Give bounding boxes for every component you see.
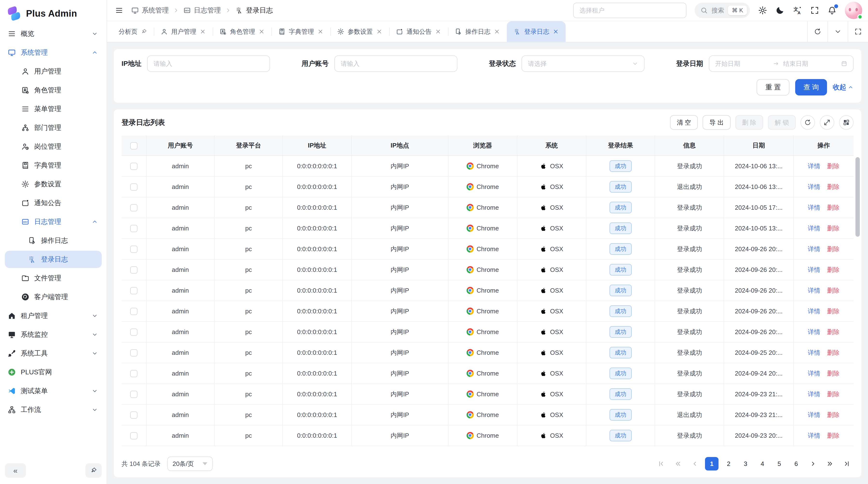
- close-icon[interactable]: [435, 28, 441, 35]
- language-button[interactable]: 文A: [793, 6, 802, 15]
- sidebar-item-角色管理[interactable]: 角色管理: [5, 82, 102, 99]
- sidebar-item-测试菜单[interactable]: 测试菜单: [5, 382, 102, 400]
- last-page-button[interactable]: [840, 457, 854, 471]
- page-6[interactable]: 6: [789, 457, 803, 471]
- delete-link[interactable]: 删除: [827, 390, 840, 398]
- sidebar-item-系统工具[interactable]: 系统工具: [5, 345, 102, 362]
- menu-toggle-button[interactable]: [113, 4, 125, 17]
- delete-link[interactable]: 删除: [827, 349, 840, 356]
- row-checkbox[interactable]: [130, 225, 137, 232]
- delete-link[interactable]: 删除: [827, 183, 840, 190]
- detail-link[interactable]: 详情: [808, 266, 820, 273]
- sidebar-item-参数设置[interactable]: 参数设置: [5, 175, 102, 193]
- sidebar-item-日志管理[interactable]: DEV日志管理: [5, 213, 102, 230]
- detail-link[interactable]: 详情: [808, 349, 820, 356]
- sidebar-item-PLUS官网[interactable]: PLUS官网: [5, 363, 102, 381]
- page-1[interactable]: 1: [705, 457, 718, 471]
- close-icon[interactable]: [258, 28, 265, 35]
- user-avatar[interactable]: [845, 2, 862, 19]
- detail-link[interactable]: 详情: [808, 183, 820, 190]
- next-5-pages-button[interactable]: [823, 457, 837, 471]
- row-checkbox[interactable]: [130, 391, 137, 398]
- detail-link[interactable]: 详情: [808, 204, 820, 211]
- tab-登录日志[interactable]: 登录日志: [507, 21, 566, 42]
- delete-link[interactable]: 删除: [827, 266, 840, 273]
- toolbar-button-清空[interactable]: 清 空: [670, 115, 698, 130]
- close-icon[interactable]: [494, 28, 500, 35]
- row-checkbox[interactable]: [130, 184, 137, 191]
- sidebar-item-系统管理[interactable]: 系统管理: [5, 44, 102, 61]
- delete-link[interactable]: 删除: [827, 328, 840, 335]
- row-checkbox[interactable]: [130, 370, 137, 377]
- table-scrollbar[interactable]: [856, 157, 860, 237]
- login-date-range-picker[interactable]: 开始日期 结束日期: [709, 56, 854, 72]
- breadcrumb-item-system[interactable]: 系统管理: [131, 6, 169, 15]
- close-icon[interactable]: [317, 28, 323, 35]
- fullscreen-button[interactable]: [810, 6, 819, 15]
- tab-用户管理[interactable]: 用户管理: [154, 21, 213, 42]
- sidebar-item-字典管理[interactable]: 字典管理: [5, 157, 102, 174]
- delete-link[interactable]: 删除: [827, 411, 840, 418]
- next-page-button[interactable]: [806, 457, 820, 471]
- tab-字典管理[interactable]: 字典管理: [272, 21, 330, 42]
- sidebar-item-工作流[interactable]: 工作流: [5, 401, 102, 418]
- detail-link[interactable]: 详情: [808, 162, 820, 170]
- row-checkbox[interactable]: [130, 266, 137, 273]
- detail-link[interactable]: 详情: [808, 370, 820, 377]
- prev-5-pages-button[interactable]: [671, 457, 685, 471]
- refresh-table-button[interactable]: [801, 115, 815, 130]
- delete-link[interactable]: 删除: [827, 225, 840, 232]
- page-3[interactable]: 3: [739, 457, 752, 471]
- row-checkbox[interactable]: [130, 163, 137, 170]
- sidebar-item-操作日志[interactable]: 操作日志: [5, 232, 102, 249]
- row-checkbox[interactable]: [130, 287, 137, 294]
- tab-list-dropdown-button[interactable]: [828, 21, 848, 42]
- sidebar-item-部门管理[interactable]: 部门管理: [5, 119, 102, 136]
- page-size-select[interactable]: 20条/页: [167, 456, 213, 471]
- row-checkbox[interactable]: [130, 349, 137, 356]
- sidebar-collapse-button[interactable]: «: [5, 463, 26, 478]
- sidebar-item-岗位管理[interactable]: 岗位管理: [5, 138, 102, 155]
- page-4[interactable]: 4: [756, 457, 769, 471]
- sidebar-item-文件管理[interactable]: 文件管理: [5, 269, 102, 287]
- detail-link[interactable]: 详情: [808, 308, 820, 315]
- delete-link[interactable]: 删除: [827, 287, 840, 294]
- page-5[interactable]: 5: [773, 457, 786, 471]
- close-icon[interactable]: [376, 28, 382, 35]
- sidebar-item-菜单管理[interactable]: 菜单管理: [5, 100, 102, 118]
- detail-link[interactable]: 详情: [808, 246, 820, 253]
- sidebar-item-通知公告[interactable]: 通知公告: [5, 194, 102, 212]
- sidebar-item-概览[interactable]: 概览: [5, 25, 102, 42]
- sidebar-pin-button[interactable]: [85, 463, 102, 478]
- row-checkbox[interactable]: [130, 246, 137, 253]
- row-checkbox[interactable]: [130, 328, 137, 336]
- query-button[interactable]: 查 询: [795, 79, 827, 95]
- delete-link[interactable]: 删除: [827, 204, 840, 211]
- table-fullscreen-button[interactable]: [820, 115, 834, 130]
- detail-link[interactable]: 详情: [808, 432, 820, 439]
- collapse-filter-button[interactable]: 收起: [833, 83, 854, 92]
- breadcrumb-item-log[interactable]: DEV 日志管理: [183, 6, 221, 15]
- user-account-input[interactable]: [334, 56, 457, 72]
- row-checkbox[interactable]: [130, 412, 137, 419]
- delete-link[interactable]: 删除: [827, 246, 840, 253]
- detail-link[interactable]: 详情: [808, 225, 820, 232]
- sidebar-item-用户管理[interactable]: 用户管理: [5, 63, 102, 80]
- tab-操作日志[interactable]: 操作日志: [448, 21, 507, 42]
- close-icon[interactable]: [199, 28, 206, 35]
- settings-button[interactable]: [758, 6, 767, 15]
- sidebar-item-系统监控[interactable]: 系统监控: [5, 326, 102, 343]
- tab-分析页[interactable]: 分析页: [112, 21, 154, 42]
- delete-link[interactable]: 删除: [827, 308, 840, 315]
- dark-mode-button[interactable]: [775, 6, 784, 15]
- global-search-button[interactable]: 搜索 ⌘ K: [695, 3, 750, 18]
- detail-link[interactable]: 详情: [808, 328, 820, 335]
- reset-button[interactable]: 重 置: [756, 79, 789, 95]
- prev-page-button[interactable]: [688, 457, 702, 471]
- ip-address-input[interactable]: [147, 56, 270, 72]
- toolbar-button-导出[interactable]: 导 出: [703, 115, 730, 130]
- delete-link[interactable]: 删除: [827, 432, 840, 439]
- detail-link[interactable]: 详情: [808, 411, 820, 418]
- detail-link[interactable]: 详情: [808, 390, 820, 398]
- sidebar-item-登录日志[interactable]: 登录日志: [5, 251, 102, 268]
